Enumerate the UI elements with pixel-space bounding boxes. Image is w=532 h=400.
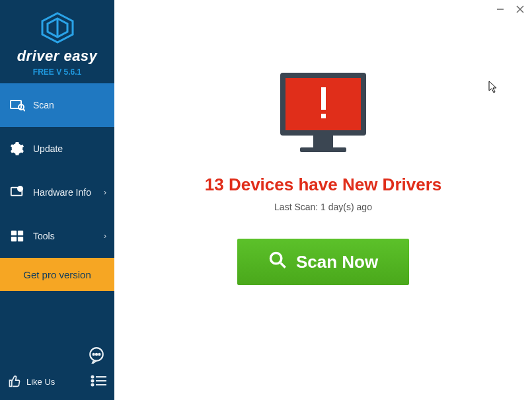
search-icon xyxy=(268,251,287,274)
brand-version: FREE V 5.6.1 xyxy=(0,67,114,77)
thumbs-up-icon xyxy=(8,374,21,389)
menu-icon[interactable] xyxy=(91,375,106,389)
svg-line-5 xyxy=(23,109,25,111)
sidebar-item-tools[interactable]: Tools › xyxy=(0,214,114,258)
chevron-right-icon: › xyxy=(104,231,106,241)
svg-rect-28 xyxy=(313,136,333,147)
get-pro-button[interactable]: Get pro version xyxy=(0,258,114,291)
sidebar-item-label: Tools xyxy=(33,231,55,241)
sidebar-footer: Like Us xyxy=(0,368,114,400)
svg-point-14 xyxy=(93,354,95,355)
pro-label: Get pro version xyxy=(23,269,91,280)
content: 13 Devices have New Drivers Last Scan: 1… xyxy=(114,0,532,285)
svg-rect-12 xyxy=(18,237,23,241)
brand-block: driver easy FREE V 5.6.1 xyxy=(0,0,114,83)
scan-now-button[interactable]: Scan Now xyxy=(237,239,409,285)
like-us-label: Like Us xyxy=(26,377,55,387)
hardware-icon: i xyxy=(9,184,25,200)
sidebar-item-label: Update xyxy=(33,143,63,154)
svg-rect-11 xyxy=(11,237,17,241)
svg-point-32 xyxy=(270,253,281,263)
svg-rect-29 xyxy=(300,147,346,152)
scan-icon xyxy=(9,97,25,113)
minimize-button[interactable] xyxy=(495,4,506,15)
headline: 13 Devices have New Drivers xyxy=(205,175,441,195)
svg-point-17 xyxy=(92,376,94,378)
gear-icon xyxy=(9,141,25,157)
main-panel: 13 Devices have New Drivers Last Scan: 1… xyxy=(114,0,532,400)
chevron-right-icon: › xyxy=(104,188,106,197)
sidebar-item-label: Scan xyxy=(33,100,54,110)
svg-point-19 xyxy=(92,380,94,381)
nav: Scan Update i Hardware xyxy=(0,83,114,258)
sidebar-item-scan[interactable]: Scan xyxy=(0,83,114,127)
sidebar-item-hardware[interactable]: i Hardware Info › xyxy=(0,171,114,214)
brand-name: driver easy xyxy=(0,48,114,65)
svg-point-21 xyxy=(92,383,94,385)
scan-button-label: Scan Now xyxy=(296,252,378,272)
alert-monitor-icon xyxy=(274,73,373,159)
last-scan-text: Last Scan: 1 day(s) ago xyxy=(274,202,372,212)
window-controls xyxy=(495,4,525,15)
close-button[interactable] xyxy=(515,4,525,15)
tools-icon xyxy=(9,228,25,244)
like-us-button[interactable]: Like Us xyxy=(8,374,55,389)
svg-text:i: i xyxy=(20,186,21,191)
svg-rect-31 xyxy=(321,114,326,118)
svg-point-15 xyxy=(96,354,97,355)
sidebar-item-update[interactable]: Update xyxy=(0,127,114,171)
svg-rect-9 xyxy=(11,231,17,235)
app-window: driver easy FREE V 5.6.1 Scan xyxy=(0,0,532,400)
logo-icon xyxy=(0,12,114,44)
sidebar-item-label: Hardware Info xyxy=(33,187,91,198)
svg-line-33 xyxy=(281,262,285,267)
svg-rect-30 xyxy=(321,87,326,110)
svg-rect-10 xyxy=(18,231,23,235)
svg-point-16 xyxy=(98,354,100,355)
sidebar: driver easy FREE V 5.6.1 Scan xyxy=(0,0,114,400)
feedback-icon[interactable] xyxy=(88,346,105,366)
